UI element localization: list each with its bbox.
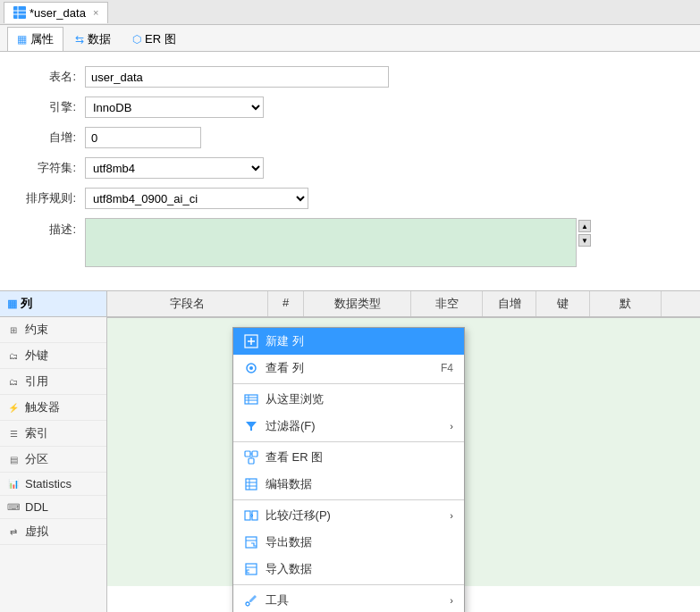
sidebar-item-partitions[interactable]: ▤ 分区 (0, 447, 106, 473)
sidebar-item-foreign-keys[interactable]: 🗂 外键 (0, 343, 106, 369)
sidebar-item-indexes[interactable]: ☰ 索引 (0, 421, 106, 447)
menu-label-view-col: 查看 列 (266, 360, 304, 376)
new-col-icon (244, 334, 258, 348)
menu-item-import[interactable]: 导入数据 (233, 556, 464, 583)
desc-label: 描述: (18, 218, 76, 238)
desc-input[interactable] (85, 218, 577, 267)
tools-arrow: › (450, 595, 453, 606)
tab-properties[interactable]: ▦ 属性 (7, 27, 63, 51)
sidebar-item-triggers[interactable]: ⚡ 触发器 (0, 395, 106, 421)
filter-icon (244, 419, 258, 433)
collation-row: 排序规则: utf8mb4_0900_ai_ci utf8mb4_general… (18, 188, 682, 209)
sidebar-label-constraints: 约束 (25, 322, 48, 338)
tab-er[interactable]: ⬡ ER 图 (122, 27, 186, 51)
table-name-input[interactable] (85, 66, 389, 88)
reference-icon: 🗂 (7, 375, 20, 388)
menu-label-browse: 从这里浏览 (266, 391, 324, 407)
sub-tab-data-label: 数据 (88, 31, 111, 47)
sub-tab-er-label: ER 图 (145, 31, 176, 47)
charset-label: 字符集: (18, 160, 76, 176)
sidebar-header-label: 列 (21, 296, 32, 312)
sidebar-label-partitions: 分区 (25, 451, 48, 467)
th-key: 键 (536, 291, 590, 316)
svg-rect-23 (245, 511, 250, 520)
menu-label-new-col: 新建 列 (266, 333, 304, 349)
ddl-icon: ⌨ (7, 501, 20, 514)
sidebar-list-icon: ▦ (7, 298, 17, 310)
collation-label: 排序规则: (18, 190, 76, 206)
svg-rect-14 (245, 451, 250, 457)
menu-item-er-view[interactable]: 查看 ER 图 (233, 444, 464, 471)
svg-point-8 (249, 366, 253, 370)
th-default: 默 (590, 291, 662, 316)
menu-item-browse[interactable]: 从这里浏览 (233, 386, 464, 413)
scroll-down-arrow[interactable]: ▼ (578, 234, 591, 247)
menu-item-tools[interactable]: 工具 › (233, 587, 464, 612)
index-icon: ☰ (7, 427, 20, 440)
compare-arrow: › (450, 510, 453, 521)
sidebar: ▦ 列 ⊞ 约束 🗂 外键 🗂 引用 ⚡ 触发器 ☰ 索引 ▤ 分区 📊 (0, 291, 107, 612)
er-view-icon (244, 450, 258, 465)
engine-label: 引擎: (18, 99, 76, 115)
engine-select[interactable]: InnoDB MyISAM MEMORY (85, 96, 264, 118)
menu-item-compare[interactable]: 比较/迁移(P) › (233, 502, 464, 529)
view-col-shortcut: F4 (441, 362, 453, 374)
th-fieldname: 字段名 (107, 291, 268, 316)
svg-rect-16 (249, 458, 254, 464)
separator-4 (233, 584, 464, 585)
auto-inc-label: 自增: (18, 130, 76, 146)
tab-bar: *user_data × (0, 0, 700, 25)
tab-user-data[interactable]: *user_data × (4, 2, 108, 23)
tab-close-button[interactable]: × (93, 7, 98, 18)
main-content: ▦ 列 ⊞ 约束 🗂 外键 🗂 引用 ⚡ 触发器 ☰ 索引 ▤ 分区 📊 (0, 291, 700, 612)
svg-rect-0 (13, 6, 26, 19)
engine-row: 引擎: InnoDB MyISAM MEMORY (18, 96, 682, 118)
menu-label-import: 导入数据 (266, 561, 312, 577)
menu-item-new-col[interactable]: 新建 列 (233, 328, 464, 355)
sidebar-label-ddl: DDL (25, 500, 48, 514)
sidebar-label-statistics: Statistics (25, 477, 72, 490)
sidebar-item-ddl[interactable]: ⌨ DDL (0, 496, 106, 519)
sidebar-item-constraints[interactable]: ⊞ 约束 (0, 317, 106, 343)
svg-rect-19 (246, 479, 257, 490)
menu-item-view-col[interactable]: 查看 列 F4 (233, 355, 464, 381)
tools-icon (244, 593, 258, 608)
separator-3 (233, 499, 464, 500)
th-notnull: 非空 (411, 291, 483, 316)
charset-select[interactable]: utf8mb4 utf8 latin1 (85, 157, 264, 179)
sidebar-item-statistics[interactable]: 📊 Statistics (0, 473, 106, 496)
sidebar-header: ▦ 列 (0, 291, 106, 317)
menu-label-filter: 过滤器(F) (266, 418, 316, 434)
tab-data[interactable]: ⇆ 数据 (65, 27, 121, 51)
menu-label-edit-data: 编辑数据 (266, 476, 312, 492)
th-autoinc: 自增 (483, 291, 536, 316)
edit-data-icon (244, 477, 258, 491)
desc-row: 描述: ▲ ▼ (18, 218, 682, 267)
table-name-row: 表名: (18, 66, 682, 88)
sidebar-item-virtual[interactable]: ⇄ 虚拟 (0, 519, 106, 545)
properties-icon: ▦ (17, 33, 27, 46)
export-icon (244, 535, 258, 549)
sidebar-label-virtual: 虚拟 (25, 524, 48, 540)
collation-select[interactable]: utf8mb4_0900_ai_ci utf8mb4_general_ci (85, 188, 308, 209)
separator-2 (233, 441, 464, 442)
constraint-icon: ⊞ (7, 323, 20, 336)
menu-item-edit-data[interactable]: 编辑数据 (233, 471, 464, 498)
auto-inc-input[interactable] (85, 127, 201, 148)
tab-table-icon (13, 6, 26, 19)
sidebar-item-references[interactable]: 🗂 引用 (0, 369, 106, 395)
separator-1 (233, 383, 464, 384)
trigger-icon: ⚡ (7, 401, 20, 414)
import-icon (244, 562, 258, 576)
scroll-up-arrow[interactable]: ▲ (578, 220, 591, 232)
auto-inc-row: 自增: (18, 127, 682, 148)
menu-item-filter[interactable]: 过滤器(F) › (233, 413, 464, 440)
form-area: 表名: 引擎: InnoDB MyISAM MEMORY 自增: 字符集: ut… (0, 52, 700, 291)
sidebar-label-foreign-keys: 外键 (25, 348, 48, 364)
partition-icon: ▤ (7, 453, 20, 465)
sub-tab-bar: ▦ 属性 ⇆ 数据 ⬡ ER 图 (0, 25, 700, 52)
menu-item-export[interactable]: 导出数据 (233, 529, 464, 556)
charset-row: 字符集: utf8mb4 utf8 latin1 (18, 157, 682, 179)
sidebar-label-indexes: 索引 (25, 425, 48, 441)
desc-scrollbar[interactable]: ▲ ▼ (578, 218, 591, 247)
